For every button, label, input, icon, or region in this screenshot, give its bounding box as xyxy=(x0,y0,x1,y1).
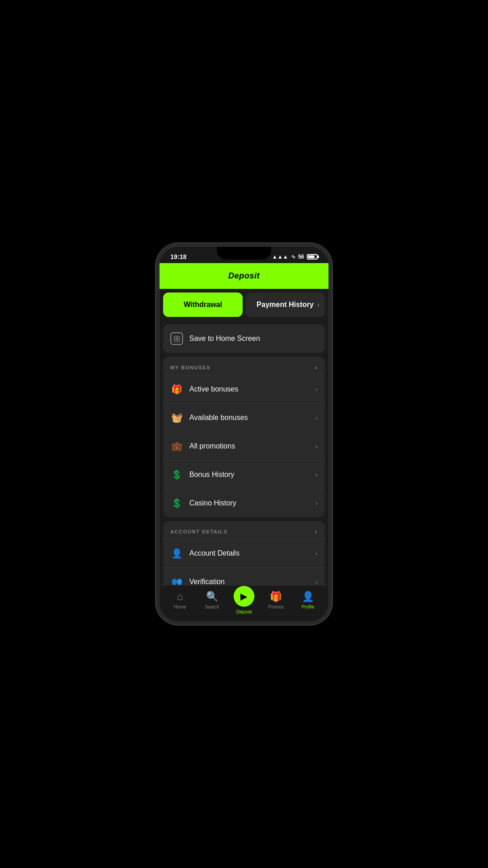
phone-frame: 19:18 ▲▲▲ ∿ 56 Deposit Withdrawal Paymen… xyxy=(156,243,332,625)
casino-history-label: Casino History xyxy=(189,499,309,507)
bottom-nav: ⌂ Home 🔍 Search ▶ Deposit 🎁 Promos 👤 Pro… xyxy=(160,585,328,621)
home-icon: ⌂ xyxy=(177,591,183,603)
action-row: Withdrawal Payment History › xyxy=(160,289,328,321)
deposit-circle: ▶ xyxy=(234,586,254,607)
my-bonuses-header: MY BONUSES › xyxy=(163,357,325,375)
deposit-button[interactable]: Deposit xyxy=(160,263,328,289)
nav-promos[interactable]: 🎁 Promos xyxy=(260,591,292,609)
payment-history-chevron: › xyxy=(317,301,319,308)
account-details-item[interactable]: 👤 Account Details › xyxy=(163,539,325,567)
my-bonuses-section: MY BONUSES › 🎁 Active bonuses › 🧺 Availa… xyxy=(163,357,325,517)
account-details-icon: 👤 xyxy=(170,547,183,560)
deposit-icon: ▶ xyxy=(240,591,247,602)
search-label: Search xyxy=(205,604,219,609)
account-details-chevron: › xyxy=(315,528,318,535)
bonus-history-item[interactable]: 💲 Bonus History › xyxy=(163,460,325,489)
all-promotions-icon: 💼 xyxy=(170,440,183,453)
bonus-history-icon: 💲 xyxy=(170,468,183,481)
my-bonuses-chevron: › xyxy=(315,364,318,371)
screen: Deposit Withdrawal Payment History › ⊞ S… xyxy=(160,263,328,619)
home-label: Home xyxy=(174,604,186,609)
deposit-nav-label: Deposit xyxy=(236,609,252,614)
active-bonuses-icon: 🎁 xyxy=(170,383,183,396)
casino-history-chevron: › xyxy=(315,500,318,507)
status-icons: ▲▲▲ ∿ 56 xyxy=(272,254,318,260)
account-details-section-label: ACCOUNT DETAILS xyxy=(170,529,228,534)
nav-search[interactable]: 🔍 Search xyxy=(196,591,228,609)
profile-icon: 👤 xyxy=(302,591,314,603)
available-bonuses-chevron: › xyxy=(315,414,318,421)
active-bonuses-label: Active bonuses xyxy=(189,385,309,393)
bonus-history-label: Bonus History xyxy=(189,471,309,479)
withdrawal-label: Withdrawal xyxy=(183,301,222,308)
active-bonuses-chevron: › xyxy=(315,386,318,393)
all-promotions-chevron: › xyxy=(315,443,318,450)
my-bonuses-label: MY BONUSES xyxy=(170,365,211,370)
active-bonuses-item[interactable]: 🎁 Active bonuses › xyxy=(163,375,325,403)
promos-label: Promos xyxy=(268,604,284,609)
account-details-label: Account Details xyxy=(189,549,309,557)
battery-icon xyxy=(307,254,318,259)
available-bonuses-item[interactable]: 🧺 Available bonuses › xyxy=(163,403,325,432)
casino-history-icon: 💲 xyxy=(170,497,183,509)
all-promotions-label: All promotions xyxy=(189,442,309,450)
profile-label: Profile xyxy=(301,604,314,609)
content-wrapper: Deposit Withdrawal Payment History › ⊞ S… xyxy=(160,263,328,619)
battery-text: 56 xyxy=(298,254,304,260)
payment-history-button[interactable]: Payment History › xyxy=(245,292,325,317)
notch xyxy=(217,247,271,259)
search-icon: 🔍 xyxy=(206,591,218,603)
withdrawal-button[interactable]: Withdrawal xyxy=(163,292,243,317)
available-bonuses-icon: 🧺 xyxy=(170,411,183,424)
wifi-icon: ∿ xyxy=(291,254,296,260)
casino-history-item[interactable]: 💲 Casino History › xyxy=(163,489,325,517)
save-to-home-button[interactable]: ⊞ Save to Home Screen xyxy=(163,324,325,353)
status-time: 19:18 xyxy=(170,253,187,260)
available-bonuses-label: Available bonuses xyxy=(189,414,309,422)
save-home-icon: ⊞ xyxy=(170,332,183,345)
account-details-item-chevron: › xyxy=(315,550,318,557)
account-details-header: ACCOUNT DETAILS › xyxy=(163,521,325,539)
all-promotions-item[interactable]: 💼 All promotions › xyxy=(163,432,325,460)
signal-icon: ▲▲▲ xyxy=(272,254,288,260)
nav-profile[interactable]: 👤 Profile xyxy=(292,591,324,609)
nav-home[interactable]: ⌂ Home xyxy=(164,591,196,609)
bonus-history-chevron: › xyxy=(315,471,318,478)
nav-deposit[interactable]: ▶ Deposit xyxy=(228,586,260,614)
payment-history-label: Payment History xyxy=(257,301,314,308)
verification-chevron: › xyxy=(315,578,318,585)
save-home-label: Save to Home Screen xyxy=(189,335,260,343)
promos-icon: 🎁 xyxy=(270,591,282,603)
